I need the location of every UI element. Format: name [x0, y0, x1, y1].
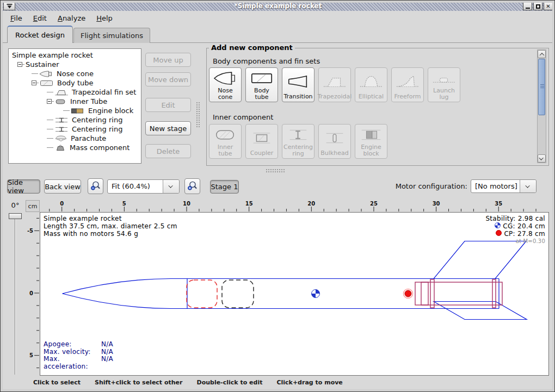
- tree-item-sustainer[interactable]: Sustainer: [9, 60, 141, 69]
- motor-select-arrow[interactable]: [520, 180, 536, 192]
- tree-connector: [47, 92, 53, 92]
- horizontal-ruler: 05101520253035: [40, 200, 549, 212]
- rotation-slider-track[interactable]: [15, 216, 16, 375]
- title-bar[interactable]: *Simple example rocket ✕: [3, 2, 553, 11]
- status-hint-shift-click-to-select-other: Shift+click to select other: [95, 379, 183, 386]
- rotation-angle-label: 0°: [6, 201, 24, 209]
- centering-ring-icon: [54, 117, 69, 123]
- tree-item-trapezoidal-fin-set[interactable]: Trapezoidal fin set: [9, 88, 141, 97]
- flight-data-block: Apogee:N/A Max. velocity:N/A Max. accele…: [44, 341, 113, 370]
- stage-1-toggle[interactable]: Stage 1: [210, 180, 239, 194]
- zoom-out-button[interactable]: [88, 178, 103, 194]
- close-button[interactable]: ✕: [544, 2, 553, 10]
- component-button-label: Nose cone: [210, 88, 240, 101]
- zoom-in-button[interactable]: [184, 178, 200, 194]
- menu-edit[interactable]: Edit: [28, 12, 52, 24]
- chevron-down-icon: [168, 183, 172, 188]
- component-button-trapezoidal: Trapezoidal: [318, 67, 351, 102]
- chevron-down-icon: [525, 183, 529, 188]
- tab-flight-simulations[interactable]: Flight simulations: [73, 28, 150, 43]
- upper-fin: [434, 241, 526, 279]
- lower-fin: [434, 302, 527, 320]
- component-panel-scrollbar[interactable]: [537, 49, 546, 163]
- centering-ring-icon: [54, 126, 69, 133]
- minimize-button[interactable]: [523, 2, 532, 10]
- component-button-label: Coupler: [250, 150, 274, 157]
- component-button-transition[interactable]: Transition: [282, 67, 314, 102]
- max-acceleration-label: Max. acceleration:: [44, 356, 101, 370]
- rotation-slider-handle[interactable]: [9, 213, 22, 219]
- nose-body-top: [63, 279, 499, 294]
- menu-help[interactable]: Help: [91, 12, 118, 24]
- vertical-splitter-handle[interactable]: [196, 102, 200, 128]
- component-button-label: Body tube: [246, 88, 277, 101]
- tree-item-centering-ring[interactable]: Centering ring: [9, 115, 141, 125]
- magnifier-plus-icon: [187, 181, 198, 192]
- tree-connector: [36, 83, 39, 83]
- scrollbar-thumb[interactable]: [538, 59, 545, 115]
- cg-marker: [312, 290, 320, 298]
- tree-item-mass-component[interactable]: Mass component: [9, 143, 141, 152]
- window-menu-button[interactable]: [3, 2, 15, 10]
- tree-connector: [52, 101, 54, 102]
- new-stage-button[interactable]: New stage: [145, 121, 191, 135]
- mass-component-marker[interactable]: [222, 280, 254, 308]
- tree-item-centering-ring[interactable]: Centering ring: [9, 125, 141, 134]
- expander-minus-icon[interactable]: [32, 80, 36, 85]
- side-view-button[interactable]: Side view: [7, 179, 40, 194]
- component-tree: Simple example rocketSustainerNose coneB…: [8, 48, 141, 164]
- component-button-nose-cone[interactable]: Nose cone: [209, 67, 242, 102]
- section-label-body-components-and-fin-sets: Body components and fin sets: [213, 57, 320, 65]
- tree-connector: [63, 110, 70, 111]
- svg-text:15: 15: [245, 201, 253, 207]
- component-button-freeform: Freeform: [391, 67, 424, 102]
- zoom-level-select[interactable]: Fit (60.4%): [107, 179, 180, 194]
- cg-legend-icon: [495, 222, 501, 230]
- tree-item-simple-example-rocket[interactable]: Simple example rocket: [9, 51, 141, 60]
- component-button-body-tube[interactable]: Body tube: [245, 67, 278, 102]
- engine-block-icon: [71, 108, 85, 114]
- svg-text:-5: -5: [27, 228, 33, 234]
- tree-item-parachute[interactable]: Parachute: [9, 134, 141, 143]
- svg-text:20: 20: [307, 201, 315, 207]
- chevron-up-icon: [539, 53, 544, 57]
- max-velocity-value: N/A: [101, 349, 113, 356]
- component-button-engine-block: Engine block: [355, 124, 387, 159]
- edit-button: Edit: [145, 98, 191, 112]
- scrollbar-down-button[interactable]: [538, 154, 546, 163]
- tree-item-label: Mass component: [69, 144, 130, 152]
- component-button-centering-ring: Centering ring: [282, 124, 314, 159]
- tree-item-body-tube[interactable]: Body tube: [9, 78, 141, 88]
- component-button-inner-tube: Inner tube: [209, 124, 242, 159]
- parachute-marker[interactable]: [187, 280, 217, 308]
- tree-connector: [47, 138, 53, 139]
- tree-item-label: Engine block: [87, 107, 133, 115]
- window-title: *Simple example rocket: [3, 2, 553, 10]
- scrollbar-up-button[interactable]: [538, 50, 546, 58]
- tree-item-inner-tube[interactable]: Inner Tube: [9, 97, 141, 106]
- apogee-label: Apogee:: [44, 341, 101, 349]
- component-button-label: Engine block: [356, 144, 386, 157]
- stability-block: Stability: 2.98 cal CG: 20.4 cm CP: 27.8…: [485, 215, 545, 245]
- horizontal-splitter-handle[interactable]: [266, 169, 285, 173]
- back-view-button[interactable]: Back view: [44, 179, 81, 194]
- tree-connector: [47, 147, 53, 148]
- body-tube-icon: [249, 69, 274, 88]
- motor-configuration-select[interactable]: [No motors]: [471, 179, 536, 193]
- rocket-figure-canvas[interactable]: Simple example rocket Length 37.5 cm, ma…: [40, 212, 549, 376]
- zoom-select-arrow[interactable]: [163, 180, 179, 193]
- menu-analyze[interactable]: Analyze: [52, 12, 91, 24]
- tree-item-engine-block[interactable]: Engine block: [9, 106, 141, 115]
- launch-lug-icon: [431, 69, 457, 88]
- expander-minus-icon[interactable]: [47, 99, 52, 104]
- tree-item-label: Body tube: [56, 79, 94, 87]
- freeform-fin-icon: [395, 69, 420, 94]
- inner-tube-assembly[interactable]: [415, 279, 502, 308]
- cp-marker: [404, 289, 413, 298]
- maximize-button[interactable]: [533, 2, 542, 10]
- tab-rocket-design[interactable]: Rocket design: [7, 26, 73, 43]
- tree-item-nose-cone[interactable]: Nose cone: [9, 69, 141, 78]
- menu-file[interactable]: File: [5, 12, 28, 24]
- coupler-icon: [249, 126, 274, 150]
- expander-minus-icon[interactable]: [17, 62, 22, 67]
